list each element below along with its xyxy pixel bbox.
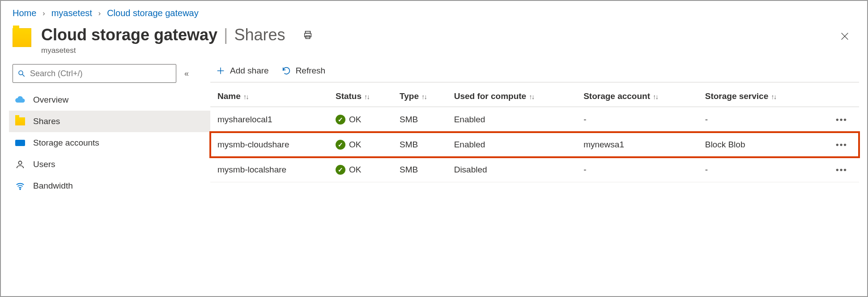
column-header-status[interactable]: Status↑↓	[328, 85, 392, 107]
cloud-icon	[14, 94, 26, 106]
cell-name: mysmb-cloudshare	[210, 132, 328, 157]
user-icon	[14, 159, 26, 170]
chevron-right-icon: ›	[98, 9, 101, 17]
svg-point-7	[18, 161, 21, 164]
chevron-right-icon: ›	[43, 9, 45, 17]
shares-table: Name↑↓ Status↑↓ Type↑↓ Used for compute↑…	[210, 85, 859, 182]
status-ok-icon: ✓	[336, 115, 345, 125]
sort-icon: ↑↓	[243, 93, 248, 100]
sidebar-item-shares[interactable]: Shares	[9, 111, 210, 132]
sort-icon: ↑↓	[421, 93, 426, 100]
cell-status: ✓OK	[328, 107, 392, 132]
title-separator: |	[224, 26, 228, 44]
add-share-button[interactable]: Add share	[216, 66, 269, 76]
storage-icon	[14, 137, 26, 149]
cell-account: -	[576, 107, 698, 132]
page-subtitle: myasetest	[41, 46, 837, 55]
cell-service: Block Blob	[698, 132, 815, 157]
resource-folder-icon	[13, 28, 31, 47]
close-button[interactable]	[837, 28, 853, 44]
table-row[interactable]: mysmb-cloudshare✓OKSMBEnabledmynewsa1Blo…	[210, 132, 859, 157]
cell-account: mynewsa1	[576, 132, 698, 157]
sidebar-item-label: Bandwidth	[33, 181, 73, 191]
cell-service: -	[698, 107, 815, 132]
cell-type: SMB	[392, 157, 447, 182]
page-title: Cloud storage gateway	[41, 26, 217, 44]
cell-account: -	[576, 157, 698, 182]
cell-type: SMB	[392, 132, 447, 157]
row-context-menu-button[interactable]: •••	[835, 165, 848, 175]
plus-icon	[216, 66, 226, 76]
search-icon	[17, 69, 26, 77]
column-header-used[interactable]: Used for compute↑↓	[447, 85, 576, 107]
page-header: Cloud storage gateway | Shares myasetest	[1, 22, 867, 64]
refresh-icon	[281, 66, 291, 76]
cell-name: mysharelocal1	[210, 107, 328, 132]
row-context-menu-button[interactable]: •••	[835, 140, 848, 150]
sidebar: « Overview Shares Storage accounts Users	[9, 64, 210, 197]
status-ok-icon: ✓	[336, 165, 345, 175]
breadcrumb-home[interactable]: Home	[13, 8, 36, 18]
column-header-type[interactable]: Type↑↓	[392, 85, 447, 107]
cell-type: SMB	[392, 107, 447, 132]
print-button[interactable]	[300, 27, 316, 43]
cell-used: Disabled	[447, 157, 576, 182]
cell-used: Enabled	[447, 132, 576, 157]
table-row[interactable]: mysharelocal1✓OKSMBEnabled--•••	[210, 107, 859, 132]
wifi-icon	[14, 180, 26, 192]
cell-used: Enabled	[447, 107, 576, 132]
cell-name: mysmb-localshare	[210, 157, 328, 182]
sort-icon: ↑↓	[653, 93, 658, 100]
svg-line-6	[22, 74, 25, 77]
table-row[interactable]: mysmb-localshare✓OKSMBDisabled--•••	[210, 157, 859, 182]
refresh-button[interactable]: Refresh	[281, 66, 326, 76]
column-header-account[interactable]: Storage account↑↓	[576, 85, 698, 107]
sidebar-item-bandwidth[interactable]: Bandwidth	[9, 175, 210, 197]
search-input[interactable]	[30, 69, 171, 78]
status-ok-icon: ✓	[336, 140, 345, 150]
sort-icon: ↑↓	[364, 93, 369, 100]
command-bar: Add share Refresh	[210, 64, 859, 82]
column-header-name[interactable]: Name↑↓	[210, 85, 328, 107]
collapse-sidebar-button[interactable]: «	[184, 69, 189, 78]
command-label: Refresh	[296, 66, 326, 76]
folder-icon	[14, 116, 26, 127]
sidebar-item-label: Users	[33, 159, 55, 169]
sidebar-item-storage-accounts[interactable]: Storage accounts	[9, 132, 210, 154]
breadcrumb: Home › myasetest › Cloud storage gateway	[1, 1, 867, 22]
sidebar-item-overview[interactable]: Overview	[9, 89, 210, 111]
sort-icon: ↑↓	[529, 93, 534, 100]
svg-point-5	[19, 71, 23, 75]
row-context-menu-button[interactable]: •••	[835, 115, 848, 125]
sort-icon: ↑↓	[771, 93, 776, 100]
cell-service: -	[698, 157, 815, 182]
sidebar-item-users[interactable]: Users	[9, 154, 210, 175]
breadcrumb-resource[interactable]: myasetest	[51, 8, 92, 18]
sidebar-search[interactable]	[13, 64, 176, 83]
sidebar-item-label: Storage accounts	[33, 138, 99, 148]
sidebar-item-label: Shares	[33, 116, 60, 126]
svg-point-8	[20, 189, 21, 189]
column-header-service[interactable]: Storage service↑↓	[698, 85, 815, 107]
cell-status: ✓OK	[328, 132, 392, 157]
breadcrumb-section[interactable]: Cloud storage gateway	[107, 8, 199, 18]
command-label: Add share	[230, 66, 269, 76]
cell-status: ✓OK	[328, 157, 392, 182]
main-content: Add share Refresh Name↑↓ Status↑↓ Type↑↓…	[210, 64, 867, 197]
sidebar-item-label: Overview	[33, 95, 68, 105]
page-section: Shares	[234, 26, 285, 44]
